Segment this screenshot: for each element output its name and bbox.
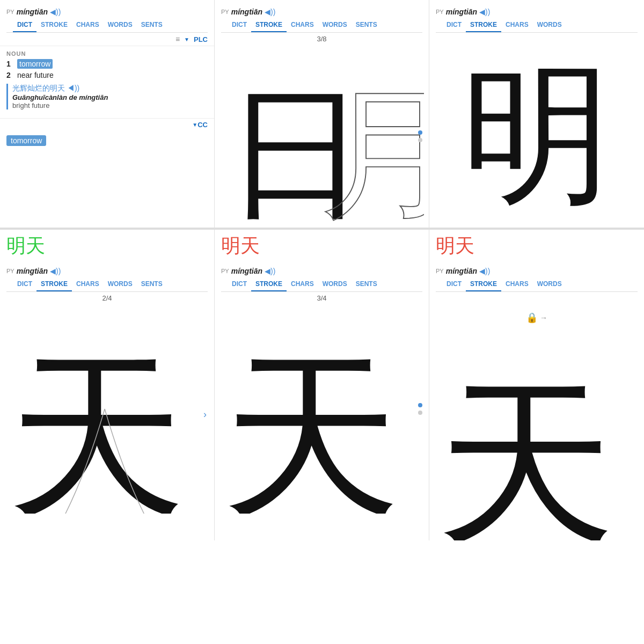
plc-label[interactable]: PLC xyxy=(194,35,208,43)
tab-dict-bm[interactable]: DICT xyxy=(228,277,251,291)
stroke-count-top-right xyxy=(429,33,644,45)
tab-stroke-mid[interactable]: STROKE xyxy=(251,18,287,32)
dot-inactive xyxy=(418,138,422,142)
top-right-header: PY míngtiān ◀)) DICT STROKE CHARS WORDS xyxy=(429,0,644,33)
tab-words-bl[interactable]: WORDS xyxy=(104,277,137,291)
dot-active-bm xyxy=(418,403,422,407)
pinyin-text: míngtiān xyxy=(17,8,48,16)
stroke-svg-bot-left: 天 xyxy=(3,304,212,514)
py-label: PY xyxy=(6,9,14,15)
definition-2: 2 near future xyxy=(6,71,208,79)
nav-dots-bot-mid xyxy=(418,403,422,415)
tab-sents-mid[interactable]: SENTS xyxy=(352,18,382,32)
tab-sents[interactable]: SENTS xyxy=(137,18,167,32)
py-line-bot-mid: PY míngtiān ◀)) xyxy=(221,264,422,277)
nav-tabs-top-right: DICT STROKE CHARS WORDS xyxy=(436,18,638,33)
bot-right-char-display: 天 xyxy=(429,331,644,540)
tab-stroke-bl[interactable]: STROKE xyxy=(36,277,72,291)
py-line-top-mid: PY míngtiān ◀)) xyxy=(221,4,422,18)
sound-icon-mid[interactable]: ◀)) xyxy=(265,8,275,16)
svg-text:天: 天 xyxy=(222,340,400,514)
tab-chars-br[interactable]: CHARS xyxy=(501,277,533,291)
py-line-bot-right: PY míngtiān ◀)) xyxy=(436,264,638,277)
stroke-count-top-mid: 3/8 xyxy=(215,33,429,45)
tomorrow-tag-container: tomorrow xyxy=(0,131,214,150)
py-label-bm: PY xyxy=(221,268,229,274)
sound-icon-br[interactable]: ◀)) xyxy=(479,267,490,275)
tab-chars-mid[interactable]: CHARS xyxy=(287,18,318,32)
tomorrow-tag: tomorrow xyxy=(6,135,46,146)
tab-words[interactable]: WORDS xyxy=(104,18,137,32)
bot-left-char-display: 天 › xyxy=(0,304,214,514)
tab-stroke[interactable]: STROKE xyxy=(36,18,72,32)
tab-chars-bl[interactable]: CHARS xyxy=(72,277,104,291)
plc-dropdown-arrow[interactable]: ▼ xyxy=(184,36,189,42)
svg-text:月: 月 xyxy=(319,76,424,228)
def-num-2: 2 xyxy=(6,71,14,79)
tab-stroke-bm[interactable]: STROKE xyxy=(251,277,287,291)
sound-icon-bm[interactable]: ◀)) xyxy=(265,267,275,275)
tab-dict-mid[interactable]: DICT xyxy=(228,18,251,32)
tab-chars[interactable]: CHARS xyxy=(72,18,104,32)
py-line-top-right: PY míngtiān ◀)) xyxy=(436,4,638,18)
example-sound-icon[interactable]: ◀)) xyxy=(67,84,79,92)
def-text-1: tomorrow xyxy=(17,59,53,69)
py-label-right: PY xyxy=(436,9,444,15)
definition-1: 1 tomorrow xyxy=(6,59,208,69)
svg-text:天: 天 xyxy=(437,367,616,540)
py-label-br: PY xyxy=(436,268,444,274)
nav-dots-top-mid xyxy=(418,130,422,142)
top-left-panel: PY míngtiān ◀)) DICT STROKE CHARS WORDS … xyxy=(0,0,215,228)
lock-icon: 🔒 xyxy=(526,312,538,324)
dot-inactive-bm xyxy=(418,411,422,415)
nav-tabs-bot-right: DICT STROKE CHARS WORDS xyxy=(436,277,638,292)
dict-content: NOUN 1 tomorrow 2 near future 光辉灿烂的明天 ◀)… xyxy=(0,46,214,118)
nav-tabs-bot-mid: DICT STROKE CHARS WORDS SENTS xyxy=(221,277,422,292)
stroke-display-top-mid: 日 月 xyxy=(215,45,429,228)
tab-dict-br[interactable]: DICT xyxy=(442,277,466,291)
tab-dict[interactable]: DICT xyxy=(13,18,36,32)
bottom-section: 明天 PY míngtiān ◀)) DICT STROKE CHARS WOR… xyxy=(0,229,644,540)
tab-sents-bl[interactable]: SENTS xyxy=(137,277,167,291)
pinyin-text-br: míngtiān xyxy=(446,267,477,275)
tab-dict-bl[interactable]: DICT xyxy=(13,277,36,291)
example-block: 光辉灿烂的明天 ◀)) Guānghuīcànlàn de míngtiān b… xyxy=(6,84,208,109)
sound-icon-right[interactable]: ◀)) xyxy=(479,8,490,16)
cc-dropdown-arrow[interactable]: ▼ xyxy=(192,122,197,128)
stroke-count-bot-left: 2/4 xyxy=(0,292,214,304)
char-display-top-right: 明 xyxy=(429,45,644,228)
tab-chars-bm[interactable]: CHARS xyxy=(287,277,318,291)
tab-words-right[interactable]: WORDS xyxy=(533,18,566,32)
sound-icon[interactable]: ◀)) xyxy=(50,8,61,16)
nav-arrow-bl[interactable]: › xyxy=(203,409,207,420)
bot-right-header: PY míngtiān ◀)) DICT STROKE CHARS WORDS xyxy=(429,259,644,292)
tab-stroke-br[interactable]: STROKE xyxy=(466,277,501,291)
top-right-panel: PY míngtiān ◀)) DICT STROKE CHARS WORDS … xyxy=(429,0,644,228)
bot-left-panel: 明天 PY míngtiān ◀)) DICT STROKE CHARS WOR… xyxy=(0,230,215,540)
pinyin-text-mid: míngtiān xyxy=(231,8,262,16)
lock-container: 🔒 → xyxy=(429,304,644,331)
tab-words-mid[interactable]: WORDS xyxy=(318,18,352,32)
py-label-bl: PY xyxy=(6,268,14,274)
filter-icon[interactable]: ≡ xyxy=(175,35,180,43)
stroke-svg-top-mid: 日 月 xyxy=(220,45,424,228)
pos-label: NOUN xyxy=(6,50,208,57)
stroke-svg-bot-mid: 天 xyxy=(217,304,427,514)
nav-tabs-top-mid: DICT STROKE CHARS WORDS SENTS xyxy=(221,18,422,33)
cc-bar: ▼ CC xyxy=(0,118,214,131)
cc-label[interactable]: CC xyxy=(197,121,208,129)
tab-words-bm[interactable]: WORDS xyxy=(318,277,352,291)
tab-stroke-right[interactable]: STROKE xyxy=(466,18,501,32)
stroke-count-bot-mid: 3/4 xyxy=(215,292,429,304)
def-num-1: 1 xyxy=(6,60,14,68)
stroke-svg-bot-right: 天 xyxy=(432,331,641,540)
sound-icon-bl[interactable]: ◀)) xyxy=(50,267,61,275)
tab-words-br[interactable]: WORDS xyxy=(533,277,566,291)
py-line-top-left: PY míngtiān ◀)) xyxy=(6,4,208,18)
tab-chars-right[interactable]: CHARS xyxy=(501,18,533,32)
svg-text:天: 天 xyxy=(8,340,186,514)
tab-sents-bm[interactable]: SENTS xyxy=(352,277,382,291)
filter-bar: ≡ ▼ PLC xyxy=(0,33,214,46)
tab-dict-right[interactable]: DICT xyxy=(442,18,466,32)
top-middle-header: PY míngtiān ◀)) DICT STROKE CHARS WORDS … xyxy=(215,0,429,33)
